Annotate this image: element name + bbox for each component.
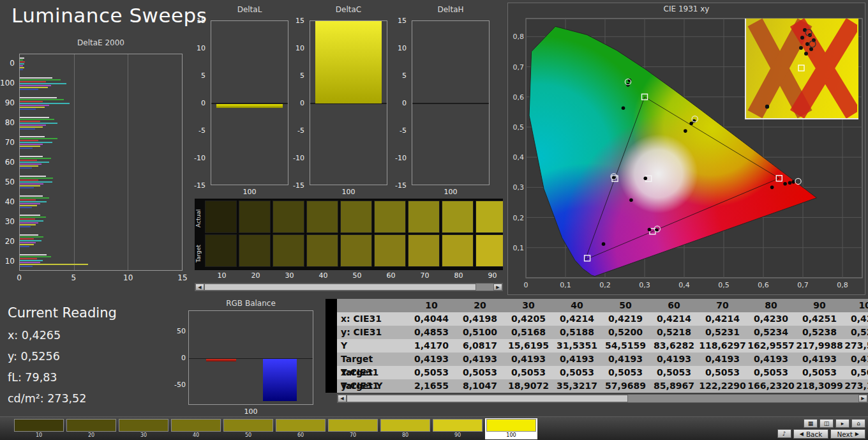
y-axis-labels: 500-50	[176, 310, 187, 405]
axis-tick-label: 0	[181, 354, 186, 362]
axis-tick-label: 80	[5, 118, 15, 127]
table-cell: 0,5231	[698, 326, 747, 339]
page-title: Luminance Sweeps	[11, 4, 207, 27]
table-cell: 15,6195	[504, 339, 553, 353]
deltae-bar	[20, 136, 45, 137]
column-header: 100	[844, 299, 868, 312]
table-scrollbar[interactable]: ◀ ▶	[337, 394, 868, 403]
toolbar-icon-button-2[interactable]: ◫	[819, 419, 834, 428]
table-cell: 0,5188	[553, 326, 601, 339]
table-cell: 217,9988	[795, 339, 844, 353]
deltae-bar	[20, 254, 47, 255]
table-cell: 162,9557	[747, 339, 795, 353]
scrollbar-thumb[interactable]	[347, 395, 628, 402]
level-label: 50	[340, 271, 374, 280]
toolbar-icon-button-3[interactable]: ▸	[835, 419, 849, 428]
level-swatch-10[interactable]: 10	[14, 419, 64, 439]
svg-text:0,8: 0,8	[513, 33, 525, 41]
deltae-bar	[20, 103, 70, 104]
svg-text:0,2: 0,2	[599, 281, 611, 289]
deltae-bar	[20, 195, 43, 197]
deltae-bar	[20, 167, 32, 169]
next-button[interactable]: Next▶	[830, 429, 865, 439]
swatch	[223, 419, 273, 432]
deltae-bar	[20, 148, 33, 149]
table-cell: 0,4193	[456, 353, 504, 366]
deltae-bar	[20, 85, 51, 86]
level-swatch-60[interactable]: 60	[276, 419, 326, 439]
svg-text:0,3: 0,3	[513, 183, 525, 192]
axis-tick-label: -5	[400, 126, 407, 135]
deltae-bar	[20, 181, 52, 183]
scrollbar-thumb[interactable]	[204, 284, 476, 291]
svg-text:0,4: 0,4	[513, 153, 525, 162]
level-label: 70	[328, 432, 378, 439]
deltae-bar	[20, 163, 41, 165]
axis-tick-label: 15	[296, 17, 304, 25]
scrollbar-track[interactable]	[204, 284, 493, 291]
level-swatch-90[interactable]: 90	[433, 419, 483, 439]
level-swatch-80[interactable]: 80	[380, 419, 430, 439]
level-swatch-100[interactable]: 100	[485, 418, 537, 439]
blue-bar	[263, 359, 296, 401]
svg-text:0: 0	[524, 281, 528, 289]
table-cell: 0,5218	[650, 326, 698, 339]
row-label: Target Y	[337, 379, 407, 393]
deltae-bar-group	[20, 93, 182, 113]
level-labels: 102030405060708090	[205, 271, 509, 280]
sweep-column-60	[374, 201, 406, 267]
x-axis-label: 100	[188, 407, 313, 416]
deltae-bar	[20, 246, 29, 247]
deltae-bar	[20, 226, 31, 227]
deltae-bar	[20, 57, 24, 59]
toolbar-icon-button-4[interactable]: ⌂	[851, 419, 865, 428]
toolbar-icon-button-1[interactable]: ▦	[804, 419, 818, 428]
deltae-bar	[20, 138, 57, 139]
level-swatch-40[interactable]: 40	[171, 419, 221, 439]
deltae-bar	[20, 67, 24, 68]
deltae-bar	[20, 158, 51, 159]
table-cell: 0,4193	[504, 353, 553, 366]
deltae-bar	[20, 77, 52, 79]
axis-tick-label: 100	[0, 79, 15, 87]
deltae-2000-chart: DeltaE 2000 0100908070605040302010 05101…	[0, 38, 189, 294]
cie-inset-overlay	[745, 19, 858, 119]
deltae-bar	[20, 179, 38, 181]
level-swatch-50[interactable]: 50	[223, 419, 273, 439]
level-swatch-70[interactable]: 70	[328, 419, 378, 439]
deltae-bar	[20, 244, 34, 245]
scroll-left-button[interactable]: ◀	[195, 284, 204, 291]
scrollbar-track[interactable]	[347, 395, 858, 402]
row-label-actual: Actual	[195, 201, 204, 236]
deltae-bar-group	[20, 54, 182, 74]
table-row: x: CIE310,40440,41980,42050,42140,42190,…	[326, 312, 868, 326]
swatch	[276, 419, 326, 432]
target-swatch	[475, 234, 503, 267]
actual-swatch	[475, 201, 503, 233]
table-cell: 0,4214	[650, 312, 698, 326]
deltae-bar	[20, 126, 43, 128]
scroll-left-button[interactable]: ◀	[338, 395, 347, 402]
table-cell: 0,5053	[650, 366, 698, 379]
deltae-bar	[20, 162, 49, 163]
column-header: 50	[601, 299, 650, 312]
sweep-strip-scrollbar[interactable]: ◀ ▶	[195, 283, 503, 291]
back-button[interactable]: ◀Back	[793, 429, 829, 439]
plot-area	[412, 20, 490, 185]
deltae-bar-group	[20, 74, 182, 94]
level-swatch-30[interactable]: 30	[119, 419, 168, 439]
next-icon: ▶	[855, 431, 859, 437]
table-row: y: CIE310,48530,51000,51680,51880,52000,…	[326, 326, 868, 339]
measurement-table: 102030405060708090100x: CIE310,40440,419…	[326, 299, 868, 393]
column-header: 10	[407, 299, 456, 312]
column-header: 60	[650, 299, 698, 312]
level-swatch-20[interactable]: 20	[66, 419, 116, 439]
scroll-right-button[interactable]: ▶	[493, 284, 502, 291]
toolbar-icon-button-5[interactable]: ♪	[777, 429, 791, 438]
actual-swatch	[306, 201, 338, 233]
table-cell: 118,6297	[698, 339, 747, 353]
level-label: 10	[14, 432, 64, 439]
deltae-bar-group	[20, 192, 182, 211]
deltae-bar	[20, 220, 43, 222]
scroll-right-button[interactable]: ▶	[858, 395, 867, 402]
